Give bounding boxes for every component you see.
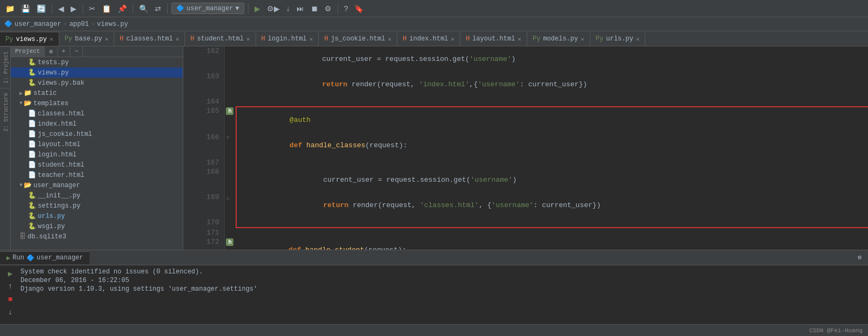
tab-classes-html-close[interactable]: ✕ — [176, 36, 180, 43]
views-bak-icon: 🐍 — [28, 79, 36, 87]
bottom-msg-3: Django version 1.10.3, using settings 'u… — [20, 285, 864, 293]
tab-login-html[interactable]: H login.html ✕ — [256, 32, 319, 46]
tree-item-templates[interactable]: ▼ 📂 templates — [11, 98, 183, 108]
structure-strip[interactable]: 2: Structure — [0, 88, 10, 136]
toolbar-back-btn[interactable]: ◀ — [56, 3, 66, 14]
tab-base-py[interactable]: Py base.py ✕ — [59, 32, 114, 46]
tree-item-login-html[interactable]: 📄 login.html — [11, 149, 183, 160]
tab-js-cookie-html[interactable]: H js_cookie.html ✕ — [319, 32, 397, 46]
tab-student-html-close[interactable]: ✕ — [246, 36, 250, 43]
tab-index-html-close[interactable]: ✕ — [451, 36, 454, 43]
bottom-down-btn[interactable]: ↓ — [4, 306, 16, 318]
tree-item-init-py[interactable]: 🐍 __init__.py — [11, 190, 183, 201]
tab-index-html[interactable]: H index.html ✕ — [397, 32, 460, 46]
tree-item-js-cookie-html[interactable]: 📄 js_cookie.html — [11, 129, 183, 139]
code-editor[interactable]: 162 current_user = request.session.get('… — [183, 46, 868, 250]
tree-item-views-bak[interactable]: 🐍 views.py.bak — [11, 78, 183, 88]
tab-login-html-close[interactable]: ✕ — [309, 36, 313, 43]
tree-item-student-html[interactable]: 📄 student.html — [11, 160, 183, 170]
sidebar-tab-collapse[interactable]: − — [70, 46, 83, 57]
static-arrow[interactable]: ▶ — [19, 90, 23, 97]
templates-arrow[interactable]: ▼ — [19, 100, 23, 106]
line-content-172[interactable]: def handle_student(request):... — [236, 237, 868, 250]
index-html-icon: 📄 — [28, 120, 36, 128]
toolbar-help-btn[interactable]: ? — [342, 3, 350, 14]
toolbar-forward-btn[interactable]: ▶ — [68, 3, 79, 14]
fold-arrow-169[interactable]: △ — [226, 195, 229, 201]
tab-urls-py[interactable]: Py urls.py ✕ — [590, 32, 645, 46]
breadcrumb-part-1[interactable]: user_manager — [15, 20, 61, 28]
tab-models-py-close[interactable]: ✕ — [581, 36, 584, 43]
tab-student-html[interactable]: H student.html ✕ — [185, 32, 256, 46]
line-num-165: 165 — [183, 106, 225, 133]
toolbar-find-btn[interactable]: 🔍 — [137, 3, 150, 14]
tree-item-db-sqlite3[interactable]: 🗄 db.sqlite3 — [11, 231, 183, 242]
project-selector[interactable]: 🔷 user_manager ▼ — [171, 3, 244, 14]
user-manager-folder-icon: 📂 — [24, 181, 32, 189]
tab-views-py-close[interactable]: ✕ — [50, 36, 53, 43]
toolbar-paste-btn[interactable]: 📌 — [115, 3, 129, 14]
bottom-up-btn[interactable]: ↑ — [4, 280, 16, 292]
line-content-166[interactable]: def handle_classes(request): — [236, 133, 868, 158]
tree-item-teacher-html[interactable]: 📄 teacher.html — [11, 170, 183, 180]
bottom-settings-btn[interactable]: ⚙ — [851, 251, 868, 264]
line-content-171[interactable] — [236, 228, 868, 237]
tree-item-settings-py[interactable]: 🐍 settings.py — [11, 201, 183, 211]
tree-item-wsgi-py[interactable]: 🐍 wsgi.py — [11, 221, 183, 231]
templates-folder-icon: 📂 — [24, 99, 32, 107]
toolbar-cut-btn[interactable]: ✂ — [87, 3, 98, 14]
toolbar-debug-stop-btn[interactable]: ⏹ — [308, 3, 320, 14]
tab-layout-html[interactable]: H layout.html ✕ — [460, 32, 527, 46]
tab-models-py[interactable]: Py models.py ✕ — [527, 32, 590, 46]
line-content-167[interactable] — [236, 158, 868, 167]
sidebar-tab-project[interactable]: Project — [11, 46, 45, 57]
sidebar-tab-actions[interactable]: ⚙ — [45, 46, 58, 57]
bottom-stop-btn[interactable]: ■ — [4, 293, 16, 305]
toolbar-run-config-btn[interactable]: ⚙ — [322, 3, 334, 14]
tree-item-views-py[interactable]: 🐍 views.py — [11, 67, 183, 78]
toolbar-debug-resume-btn[interactable]: ⏭ — [294, 3, 306, 14]
tree-item-urls-py[interactable]: 🐍 urls.py — [11, 211, 183, 221]
line-content-168[interactable]: current_user = request.session.get('user… — [236, 167, 868, 193]
tab-urls-py-close[interactable]: ✕ — [636, 36, 640, 43]
toolbar-folder-btn[interactable]: 📁 — [3, 3, 17, 14]
breadcrumb-sep1: › — [63, 20, 67, 28]
tab-classes-html[interactable]: H classes.html ✕ — [114, 32, 185, 46]
tab-base-py-label: base.py — [75, 35, 102, 43]
fold-arrow-166[interactable]: ▽ — [226, 135, 229, 141]
tab-views-py[interactable]: Py views.py ✕ — [0, 32, 59, 46]
tree-item-static[interactable]: ▶ 📁 static — [11, 88, 183, 98]
tree-item-index-html[interactable]: 📄 index.html — [11, 119, 183, 129]
toolbar-copy-btn[interactable]: 📋 — [100, 3, 113, 14]
breadcrumb-part-3[interactable]: views.py — [97, 20, 128, 28]
toolbar-bookmark-btn[interactable]: 🔖 — [352, 3, 366, 14]
toolbar-find-replace-btn[interactable]: ⇄ — [153, 3, 163, 14]
line-content-165[interactable]: @auth — [236, 106, 868, 133]
project-strip[interactable]: 1: Project — [0, 46, 10, 88]
line-content-163[interactable]: return render(request, 'index.html',{'us… — [236, 72, 868, 97]
toolbar-sync-btn[interactable]: 🔄 — [35, 3, 48, 14]
toolbar-save-btn[interactable]: 💾 — [19, 3, 32, 14]
bottom-tab-run[interactable]: ▶ Run 🔷 user_manager — [0, 251, 89, 264]
toolbar-run-btn[interactable]: ▶ — [252, 3, 263, 14]
tree-item-classes-html[interactable]: 📄 classes.html — [11, 108, 183, 119]
toolbar-debug-step-btn[interactable]: ↓ — [284, 3, 292, 14]
bottom-left-controls: ▶ ↑ ■ ↓ — [4, 268, 20, 322]
tree-item-user-manager[interactable]: ▼ 📂 user_manager — [11, 180, 183, 190]
line-content-164[interactable] — [236, 97, 868, 106]
line-content-169[interactable]: return render(request, 'classes.html', {… — [236, 193, 868, 218]
project-selector-label: user_manager — [187, 5, 233, 12]
tree-item-tests-py[interactable]: 🐍 tests.py — [11, 57, 183, 67]
tab-js-cookie-close[interactable]: ✕ — [388, 36, 391, 43]
sidebar-tab-expand[interactable]: + — [58, 46, 71, 57]
breadcrumb-part-2[interactable]: app01 — [70, 20, 89, 28]
bottom-run-btn[interactable]: ▶ — [4, 268, 16, 279]
tab-layout-html-close[interactable]: ✕ — [518, 36, 521, 43]
tab-base-py-close[interactable]: ✕ — [105, 36, 108, 43]
user-manager-arrow[interactable]: ▼ — [19, 182, 23, 188]
toolbar-debug-run-btn[interactable]: ⚙▶ — [265, 3, 282, 14]
line-content-170[interactable] — [236, 218, 868, 228]
tests-py-label: tests.py — [38, 59, 69, 66]
line-content-162[interactable]: current_user = request.session.get('user… — [236, 46, 868, 72]
tree-item-layout-html[interactable]: 📄 layout.html — [11, 139, 183, 149]
